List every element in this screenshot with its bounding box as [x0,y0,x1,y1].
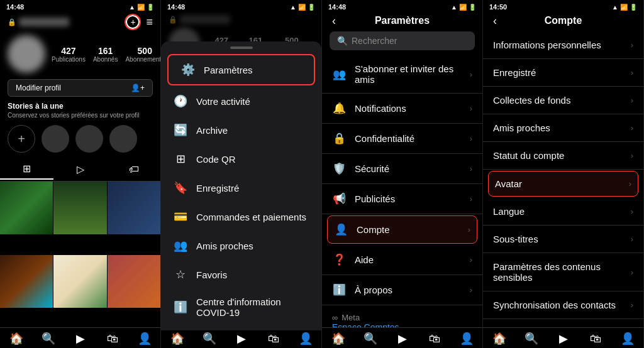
new-story-button[interactable]: + [8,125,35,153]
signal-icon-3: ▲ [451,4,457,11]
paramètres-highlighted: ⚙️ Paramètres [167,54,315,85]
tab-shop[interactable]: 🛍 [96,332,128,345]
settings-item-account[interactable]: 👤 Compte › [327,215,477,244]
menu-item-archive[interactable]: 🔄 Archive [161,116,321,144]
chevron-saved: › [631,68,633,77]
about-icon: ℹ️ [332,283,346,296]
menu-button[interactable]: ≡ [146,16,153,29]
account-back-button[interactable]: ‹ [493,14,497,28]
back-button[interactable]: ‹ [332,14,336,28]
menu-item-parametres[interactable]: ⚙️ Paramètres [169,55,314,84]
username-blur [19,18,69,26]
account-item-avatar[interactable]: Avatar › [488,171,638,197]
ads-label: Publicités [355,193,461,204]
tab-search-2[interactable]: 🔍 [193,332,225,345]
story-circle-3[interactable] [109,125,137,153]
settings-item-help[interactable]: ❓ Aide › [322,245,482,275]
photo-2[interactable] [53,182,106,234]
menu-item-activite[interactable]: 🕐 Votre activité [161,87,321,116]
account-item-sharing[interactable]: Partage sur d'autres applications › [483,319,643,327]
status-icons-1: ▲ 📶 🔋 [129,4,154,11]
add-post-button[interactable]: + [126,15,140,29]
tab-profile-3[interactable]: 👤 [450,332,482,345]
account-item-saved[interactable]: Enregistré › [483,59,643,87]
account-item-fundraiser[interactable]: Collectes de fonds › [483,87,643,114]
account-item-status[interactable]: Statut du compte › [483,142,643,170]
following-label: Abonnements [125,56,161,63]
stories-title: Stories à la une [8,102,153,111]
tab-search-4[interactable]: 🔍 [515,332,547,345]
settings-item-security[interactable]: 🛡️ Sécurité › [322,154,482,184]
edit-profile-button[interactable]: Modifier profil 👤+ [8,79,153,97]
tab-shop-3[interactable]: 🛍 [418,332,450,345]
header-icons: + ≡ [126,15,153,29]
chevron-icon-4: › [470,164,472,173]
tab-reels[interactable]: ▷ [53,159,107,180]
panel-menu: 14:48 ▲ 📶 🔋 🔒 427Publications 161Abonnés… [161,0,322,348]
photo-1[interactable] [0,182,53,234]
battery-icon-4: 🔋 [630,4,637,11]
search-icon: 🔍 [337,36,348,46]
account-item-language[interactable]: Langue › [483,198,643,226]
menu-item-favorites[interactable]: ☆ Favoris [161,260,321,289]
status-icons-4: ▲ 📶 🔋 [612,4,637,11]
tab-home-3[interactable]: 🏠 [322,332,354,345]
tab-reels-2[interactable]: ▶ [225,332,257,345]
publications-stat[interactable]: 427 Publications [52,46,86,63]
story-circle-2[interactable] [75,125,103,153]
settings-header: ‹ Paramètres [322,13,482,31]
photo-3[interactable] [108,182,160,234]
tab-home-2[interactable]: 🏠 [161,332,193,345]
tab-reels-3[interactable]: ▶ [386,332,418,345]
photo-6[interactable] [108,255,160,308]
settings-item-about[interactable]: ℹ️ À propos › [322,275,482,305]
chevron-icon-2: › [470,104,472,113]
account-item-contacts[interactable]: Synchronisation des contacts › [483,291,643,319]
story-circle-1[interactable] [42,125,69,153]
tab-search-3[interactable]: 🔍 [354,332,386,345]
tab-profile-2[interactable]: 👤 [289,332,321,345]
settings-item-subscribe[interactable]: 👥 S'abonner et inviter des amis › [322,55,482,94]
tab-reels-4[interactable]: ▶ [547,332,579,345]
chevron-subtitles: › [631,234,633,244]
qr-label: Code QR [196,154,236,165]
tab-profile-4[interactable]: 👤 [611,332,643,345]
menu-item-covid[interactable]: ℹ️ Centre d'information COVID-19 [161,289,321,325]
account-item-sensitive[interactable]: Paramètres des contenus sensibles › [483,253,643,291]
menu-item-orders[interactable]: 💳 Commandes et paiements [161,202,321,231]
meta-link[interactable]: Espace Comptes [332,322,472,327]
photo-5[interactable] [53,255,106,308]
tab-grid[interactable]: ⊞ [0,159,53,180]
settings-title: Paramètres [375,15,430,26]
tab-shop-2[interactable]: 🛍 [257,332,289,345]
wifi-icon-4: 📶 [620,4,628,11]
photo-4[interactable] [0,255,53,308]
security-label: Sécurité [355,163,461,174]
tab-search[interactable]: 🔍 [32,332,64,345]
following-count: 500 [138,46,152,56]
account-item-subtitles[interactable]: Sous-titres › [483,226,643,253]
time-3: 14:48 [328,3,346,11]
settings-item-ads[interactable]: 📢 Publicités › [322,184,482,214]
followers-count: 161 [98,46,113,56]
account-item-personal[interactable]: Informations personnelles › [483,31,643,59]
menu-item-saved[interactable]: 🔖 Enregistré [161,173,321,202]
username-area: 🔒 [8,18,69,26]
tab-shop-4[interactable]: 🛍 [579,332,611,345]
settings-item-privacy[interactable]: 🔒 Confidentialité › [322,124,482,154]
tab-profile[interactable]: 👤 [128,332,160,345]
meta-logo: ∞ Meta [332,313,472,322]
chevron-sensitive: › [631,268,633,277]
tab-tagged[interactable]: 🏷 [107,159,160,180]
account-item-close-friends[interactable]: Amis proches › [483,114,643,142]
tab-reels-bottom[interactable]: ▶ [64,332,96,345]
tab-home-4[interactable]: 🏠 [483,332,515,345]
menu-item-qr[interactable]: ⊞ Code QR [161,144,321,173]
content-tabs: ⊞ ▷ 🏷 [0,158,160,182]
following-stat[interactable]: 500 Abonnements [125,46,161,63]
search-bar[interactable]: 🔍 Rechercher [330,31,475,50]
tab-home[interactable]: 🏠 [0,332,32,345]
settings-item-notifications[interactable]: 🔔 Notifications › [322,94,482,124]
followers-stat[interactable]: 161 Abonnés [93,46,118,63]
menu-item-close-friends[interactable]: 👥 Amis proches [161,231,321,260]
